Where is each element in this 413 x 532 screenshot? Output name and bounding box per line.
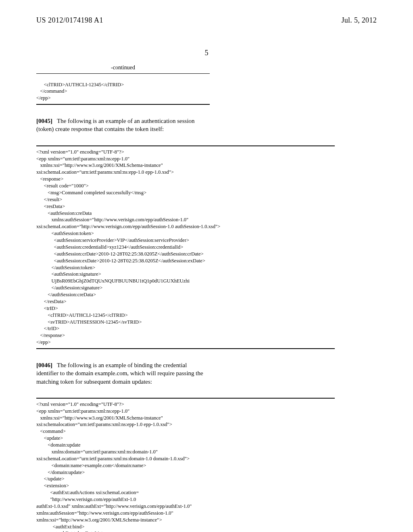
- page-number: 5: [36, 49, 377, 57]
- code-wrapper-3: <?xml version="1.0" encoding="UTF-8"?> <…: [36, 398, 335, 532]
- page-header: US 2012/0174198 A1 Jul. 5, 2012: [36, 16, 377, 25]
- left-column: -continued <clTRID>AUTHCLI-12345</clTRID…: [36, 64, 210, 133]
- patent-page: US 2012/0174198 A1 Jul. 5, 2012 5 -conti…: [0, 0, 413, 532]
- paragraph-0046: [0046] The following is an example of bi…: [36, 361, 210, 386]
- para-text: The following is an example of binding t…: [36, 362, 203, 385]
- para-number: [0046]: [36, 362, 52, 368]
- code-listing-1: <clTRID>AUTHCLI-12345</clTRID> </command…: [36, 79, 210, 105]
- para-text: The following is an example of an authen…: [36, 118, 195, 132]
- left-column-b: [0046] The following is an example of bi…: [36, 361, 210, 386]
- code-rule: [36, 73, 210, 74]
- paragraph-0045: [0045] The following is an example of an…: [36, 117, 210, 133]
- code-wrapper-2: <?xml version="1.0" encoding="UTF-8"?> <…: [36, 145, 335, 349]
- code-listing-2: <?xml version="1.0" encoding="UTF-8"?> <…: [36, 145, 335, 349]
- publication-number: US 2012/0174198 A1: [36, 16, 103, 25]
- continued-label: -continued: [36, 64, 210, 71]
- code-listing-3: <?xml version="1.0" encoding="UTF-8"?> <…: [36, 398, 335, 532]
- publication-date: Jul. 5, 2012: [341, 16, 377, 25]
- para-number: [0045]: [36, 118, 52, 124]
